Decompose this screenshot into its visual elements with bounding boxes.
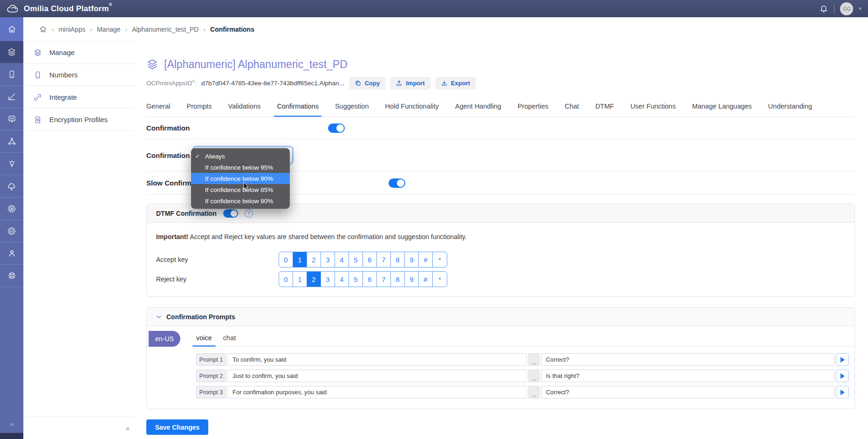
rail-item-numbers[interactable] <box>0 63 23 86</box>
reject-key-hash[interactable]: # <box>419 272 433 287</box>
prompt-text-input[interactable]: To confirm, you said <box>227 353 527 366</box>
play-button[interactable] <box>836 386 849 398</box>
import-button[interactable]: Import <box>390 77 430 89</box>
tab-chat[interactable]: Chat <box>565 103 579 117</box>
reject-key-6[interactable]: 6 <box>363 272 377 287</box>
sidebar-item-manage[interactable]: Manage <box>23 41 135 64</box>
accept-key-4[interactable]: 4 <box>335 252 349 267</box>
more-options-button[interactable]: ... <box>528 353 540 366</box>
confirmation-mode-dropdown: ✓ Always If confidence below 95% If conf… <box>191 148 290 209</box>
reject-key-7[interactable]: 7 <box>377 272 391 287</box>
chevron-right-icon: › <box>203 26 205 33</box>
copy-button[interactable]: Copy <box>349 77 386 89</box>
dropdown-option-below-90[interactable]: If confidence below 90% <box>191 173 290 184</box>
chevrons-left-icon[interactable]: « <box>126 424 130 432</box>
language-pill[interactable]: en-US <box>149 331 180 347</box>
sidebar-menu: Manage Numbers Integrate <box>23 41 135 439</box>
reject-key-9[interactable]: 9 <box>405 272 419 287</box>
rail-expand-button[interactable]: » <box>0 414 23 433</box>
rail-item-support[interactable] <box>0 265 23 287</box>
upload-icon <box>396 80 403 87</box>
rail-item-integrate[interactable] <box>0 86 23 108</box>
reject-key-2[interactable]: 2 <box>307 272 321 287</box>
export-button[interactable]: Export <box>435 77 476 89</box>
accept-key-hash[interactable]: # <box>419 252 433 267</box>
rail-item-feedback[interactable] <box>0 108 23 130</box>
more-options-button[interactable]: ... <box>528 386 540 398</box>
prompt-label: Prompt 3 <box>196 386 226 398</box>
bell-icon[interactable] <box>819 4 828 14</box>
tab-prompts[interactable]: Prompts <box>187 103 212 117</box>
sidebar-item-encryption-profiles[interactable]: Encryption Profiles <box>23 109 135 131</box>
tab-general[interactable]: General <box>146 103 171 117</box>
sidebar-item-integrate[interactable]: Integrate <box>23 86 135 109</box>
accept-key-8[interactable]: 8 <box>391 252 405 267</box>
tab-hold-functionality[interactable]: Hold Functionality <box>385 103 438 117</box>
accept-key-9[interactable]: 9 <box>405 252 419 267</box>
dropdown-option-below-95[interactable]: If confidence below 95% <box>191 162 290 173</box>
tab-chat[interactable]: chat <box>219 334 239 346</box>
prompt-text-input[interactable]: Just to confirm, you said <box>227 370 527 382</box>
accept-key-star[interactable]: * <box>433 252 447 267</box>
chevron-down-icon[interactable]: ▾ <box>859 6 861 12</box>
sidebar-item-numbers[interactable]: Numbers <box>23 64 135 86</box>
reject-key-8[interactable]: 8 <box>391 272 405 287</box>
rail-item-insights[interactable] <box>0 153 23 175</box>
reject-key-5[interactable]: 5 <box>349 272 363 287</box>
rail-item-cloud[interactable] <box>0 175 23 198</box>
confirmation-toggle[interactable] <box>328 123 345 133</box>
dtmf-toggle[interactable] <box>223 209 238 218</box>
prompt-suffix-input[interactable]: Correct? <box>541 353 834 366</box>
accept-key-6[interactable]: 6 <box>363 252 377 267</box>
accept-key-2[interactable]: 2 <box>307 252 321 267</box>
accept-key-7[interactable]: 7 <box>377 252 391 267</box>
breadcrumb-manage[interactable]: Manage <box>97 26 121 33</box>
accept-key-1[interactable]: 1 <box>293 252 307 267</box>
dropdown-option-always[interactable]: ✓ Always <box>191 151 290 162</box>
reject-key-3[interactable]: 3 <box>321 272 335 287</box>
slow-confirmation-toggle[interactable] <box>389 178 405 188</box>
accept-key-5[interactable]: 5 <box>349 252 363 267</box>
tab-agent-handling[interactable]: Agent Handling <box>455 103 501 117</box>
prompt-suffix-input[interactable]: Correct? <box>541 386 834 398</box>
tab-manage-languages[interactable]: Manage Languages <box>692 103 752 117</box>
dropdown-option-below-80[interactable]: If confidence below 80% <box>191 195 290 206</box>
tab-understanding[interactable]: Understanding <box>768 103 812 117</box>
play-button[interactable] <box>836 353 849 366</box>
avatar[interactable]: GG <box>840 2 853 15</box>
accept-key-0[interactable]: 0 <box>279 252 293 267</box>
tab-validations[interactable]: Validations <box>228 103 261 117</box>
tab-confirmations[interactable]: Confirmations <box>277 103 318 117</box>
tab-properties[interactable]: Properties <box>518 103 548 117</box>
rail-item-manage[interactable] <box>0 41 23 63</box>
reject-key-4[interactable]: 4 <box>335 272 349 287</box>
accept-key-3[interactable]: 3 <box>321 252 335 267</box>
tab-voice[interactable]: voice <box>192 334 216 346</box>
dropdown-option-below-85[interactable]: If confidence below 85% <box>191 184 290 195</box>
reject-key-0[interactable]: 0 <box>279 272 293 287</box>
prompt-suffix-input[interactable]: Is that right? <box>541 370 834 382</box>
prompt-row-3: Prompt 3 For confimation purposes, you s… <box>196 386 849 398</box>
rail-item-admin[interactable] <box>0 198 23 220</box>
reject-key-star[interactable]: * <box>433 272 447 287</box>
prompt-text-input[interactable]: For confimation purposes, you said <box>227 386 527 398</box>
home-icon[interactable] <box>39 25 47 33</box>
breadcrumb-app[interactable]: Alphanumeric_test_PD <box>132 26 198 33</box>
tab-dtmf[interactable]: DTMF <box>595 103 614 117</box>
page-title: [Alphanumeric] Alphanumeric_test_PD <box>164 58 348 71</box>
prompts-card-header[interactable]: Confirmation Prompts <box>147 308 854 326</box>
tab-user-functions[interactable]: User Functions <box>630 103 676 117</box>
reject-key-1[interactable]: 1 <box>293 272 307 287</box>
message-bars-icon <box>7 115 16 123</box>
rail-item-home[interactable] <box>0 17 23 41</box>
play-button[interactable] <box>836 370 849 382</box>
rail-item-orchestrator[interactable] <box>0 130 23 153</box>
icon-rail: » <box>0 17 23 439</box>
tab-suggestion[interactable]: Suggestion <box>335 103 369 117</box>
rail-item-approvals[interactable] <box>0 220 23 242</box>
help-icon[interactable]: ? <box>245 209 253 218</box>
save-changes-button[interactable]: Save Changes <box>146 419 208 435</box>
rail-item-profile[interactable] <box>0 242 23 265</box>
more-options-button[interactable]: ... <box>528 370 540 382</box>
breadcrumb-miniapps[interactable]: miniApps <box>59 26 86 33</box>
